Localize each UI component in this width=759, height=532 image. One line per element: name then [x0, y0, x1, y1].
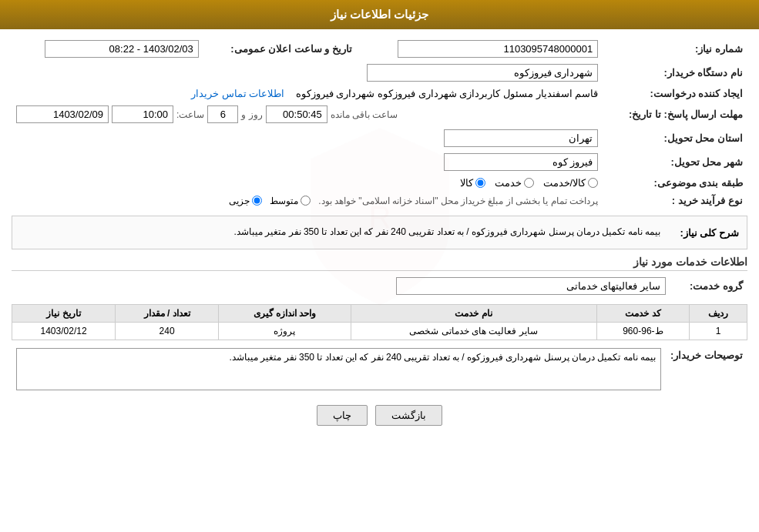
tabaqe-kala-label: کالا — [460, 177, 473, 189]
mohlat-roz-value: 6 — [207, 105, 238, 123]
button-group: بازگشت چاپ — [12, 405, 747, 437]
tarikh-label: تاریخ و ساعت اعلان عمومی: — [203, 37, 357, 61]
mohlat-roz-label: روز و — [241, 109, 262, 120]
khadamat-section-title: اطلاعات خدمات مورد نیاز — [12, 256, 747, 271]
col-vahed: واحد اندازه گیری — [219, 304, 351, 322]
noe-farayand-group: پرداخت تمام یا بخشی از مبلغ خریداز محل "… — [16, 196, 598, 206]
ijad-konande-value: قاسم اسفندیار مسئول کاربردازی شهرداری فی… — [296, 88, 598, 99]
shahr-value: فیروز کوه — [444, 153, 598, 171]
ostan-value: تهران — [444, 129, 598, 147]
page-header: جزئیات اطلاعات نیاز — [0, 0, 759, 29]
col-name: نام خدمت — [351, 304, 596, 322]
tabaqe-kala-radio[interactable] — [475, 178, 485, 188]
services-table: ردیف کد خدمت نام خدمت واحد اندازه گیری ت… — [12, 304, 747, 340]
noe-jozyi-option: جزیی — [229, 196, 262, 206]
shomara-niaz-value: 1103095748000001 — [398, 40, 598, 58]
col-tedad: تعداد / مقدار — [116, 304, 219, 322]
shahr-label: شهر محل تحویل: — [603, 150, 747, 174]
tabaqe-kala-khadamat-option: کالا/خدمت — [543, 177, 599, 189]
tabaqe-kala-khadamat-label: کالا/خدمت — [543, 177, 586, 189]
sharh-section: شرح کلی نیاز: بیمه نامه تکمیل درمان پرسن… — [12, 216, 747, 249]
ostan-label: استان محل تحویل: — [603, 126, 747, 150]
tabaqe-kala-khadamat-radio[interactable] — [588, 178, 598, 188]
mohlat-baqi-value: 00:50:45 — [266, 105, 327, 123]
mohlat-baqi-label: ساعت باقی مانده — [331, 109, 398, 120]
noe-note: پرداخت تمام یا بخشی از مبلغ خریداز محل "… — [318, 196, 598, 206]
noe-motawaset-radio[interactable] — [301, 196, 311, 206]
sharh-value: بیمه نامه تکمیل درمان پرسنل شهرداری فیرو… — [20, 224, 660, 241]
mohlat-date-value: 1403/02/09 — [16, 105, 109, 123]
nam-dastgah-value: شهرداری فیروزکوه — [367, 64, 598, 82]
table-row: 1ط-96-960سایر فعالیت های خدماتی شخصیپروژ… — [12, 322, 747, 340]
tosiyat-textarea[interactable] — [16, 348, 661, 390]
print-button[interactable]: چاپ — [317, 405, 368, 426]
shomara-niaz-label: شماره نیاز: — [603, 37, 747, 61]
gorohe-khadamat-table: گروه خدمت: سایر فعالیتهای خدماتی — [12, 274, 747, 298]
page-title: جزئیات اطلاعات نیاز — [331, 8, 428, 21]
sharh-label: شرح کلی نیاز: — [680, 227, 739, 239]
noe-farayand-label: نوع فرآیند خرید : — [603, 192, 747, 209]
mohlat-label: مهلت ارسال پاسخ: تا تاریخ: — [603, 102, 747, 126]
col-kod: کد خدمت — [596, 304, 690, 322]
tabaqe-khadamat-label: خدمت — [495, 177, 522, 189]
col-tarikh: تاریخ نیاز — [12, 304, 116, 322]
noe-jozyi-label: جزیی — [229, 196, 250, 206]
main-info-table: شماره نیاز: 1103095748000001 تاریخ و ساع… — [12, 37, 747, 209]
mohlat-saat-label: ساعت: — [176, 109, 204, 120]
nam-dastgah-label: نام دستگاه خریدار: — [603, 61, 747, 85]
tabaqe-label: طبقه بندی موضوعی: — [603, 174, 747, 192]
tabaqe-kala-option: کالا — [460, 177, 485, 189]
gorohe-khadamat-value: سایر فعالیتهای خدماتی — [396, 277, 666, 295]
mohlat-saat-value: 10:00 — [112, 105, 173, 123]
tosiyat-table: توصیحات خریدار: — [12, 345, 747, 396]
noe-motawaset-label: متوسط — [270, 196, 298, 206]
tosiyat-label: توصیحات خریدار: — [666, 345, 747, 396]
tabaqe-khadamat-option: خدمت — [495, 177, 534, 189]
ijad-konande-link[interactable]: اطلاعات تماس خریدار — [191, 88, 284, 99]
noe-jozyi-radio[interactable] — [252, 196, 262, 206]
noe-motawaset-option: متوسط — [270, 196, 311, 206]
tarikh-value: 1403/02/03 - 08:22 — [45, 40, 199, 58]
tabaqe-khadamat-radio[interactable] — [524, 178, 534, 188]
tabaqe-radio-group: کالا/خدمت خدمت کالا — [16, 177, 598, 189]
back-button[interactable]: بازگشت — [375, 405, 442, 426]
ijad-konande-label: ایجاد کننده درخواست: — [603, 85, 747, 102]
col-radif: ردیف — [690, 304, 747, 322]
gorohe-khadamat-label: گروه خدمت: — [670, 274, 747, 298]
